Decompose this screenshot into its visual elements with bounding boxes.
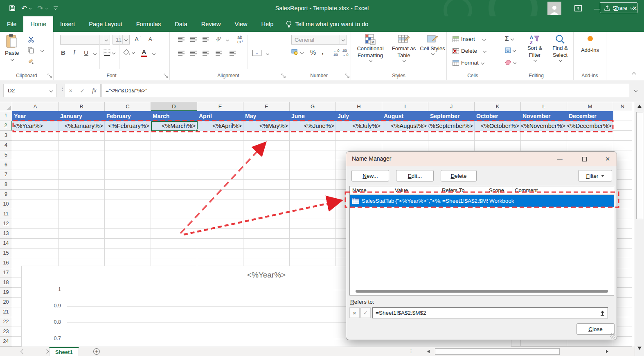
column-header-G[interactable]: G — [290, 102, 336, 111]
format-cells-button[interactable]: Format — [453, 60, 484, 66]
next-sheet-icon[interactable] — [44, 349, 49, 354]
menu-tab-formulas[interactable]: Formulas — [129, 16, 168, 32]
align-top-icon[interactable] — [178, 37, 185, 42]
font-name-combo[interactable] — [60, 35, 110, 45]
prev-sheet-icon[interactable] — [20, 349, 25, 354]
row-header-13[interactable]: 13 — [0, 229, 12, 239]
column-header-J[interactable]: J — [428, 102, 475, 111]
cell-H2[interactable]: <%July%> — [336, 121, 382, 131]
underline-button[interactable]: U — [84, 49, 88, 56]
format-as-table-button[interactable]: Format as Table — [389, 34, 419, 62]
select-all-corner[interactable] — [0, 102, 12, 111]
scroll-left-icon[interactable] — [427, 350, 430, 353]
cell-M2[interactable]: <%December%> — [567, 121, 613, 131]
cell-E2[interactable]: <%April%> — [197, 121, 243, 131]
row-header-21[interactable]: 21 — [0, 307, 12, 317]
wrap-text-button[interactable]: abc↵ — [237, 35, 243, 44]
menu-tab-insert[interactable]: Insert — [53, 16, 82, 32]
cell-L1[interactable]: November — [521, 111, 567, 121]
row-header-2[interactable]: 2 — [0, 121, 12, 131]
cell-F2[interactable]: <%May%> — [243, 121, 290, 131]
cut-button[interactable] — [28, 36, 34, 43]
close-dialog-button[interactable]: Close — [576, 323, 615, 335]
number-format-combo[interactable]: General — [291, 35, 347, 45]
enter-formula-icon[interactable]: ✓ — [80, 87, 84, 94]
fill-color-button[interactable] — [123, 49, 135, 56]
find-select-button[interactable]: Find & Select — [548, 34, 572, 61]
format-painter-button[interactable] — [28, 58, 34, 65]
row-header-12[interactable]: 12 — [0, 219, 12, 229]
collapse-ribbon-icon[interactable] — [632, 72, 636, 76]
vertical-scrollbar-thumb[interactable] — [636, 112, 643, 219]
new-name-button[interactable]: New... — [351, 170, 389, 181]
dialog-maximize-button[interactable] — [577, 153, 591, 165]
scroll-up-icon[interactable] — [637, 105, 642, 108]
merge-center-dropdown[interactable] — [266, 52, 269, 55]
align-bottom-icon[interactable] — [203, 37, 209, 42]
column-header-B[interactable]: B — [59, 102, 105, 111]
customize-quick-access-icon[interactable] — [54, 7, 58, 10]
align-left-icon[interactable] — [178, 51, 185, 56]
align-center-icon[interactable] — [190, 51, 197, 56]
new-sheet-button[interactable]: + — [93, 348, 100, 355]
vertical-scrollbar[interactable] — [635, 102, 644, 356]
font-dialog-launcher-icon[interactable] — [164, 74, 168, 78]
font-size-combo[interactable]: 11 — [113, 35, 130, 45]
clear-button[interactable] — [505, 60, 516, 65]
menu-tab-page-layout[interactable]: Page Layout — [82, 16, 129, 32]
save-icon[interactable] — [9, 5, 16, 11]
column-header-N[interactable]: N — [613, 102, 632, 111]
copy-button[interactable] — [28, 47, 43, 54]
sheet-tab-sheet1[interactable]: Sheet1 — [49, 347, 79, 356]
increase-font-size-button[interactable]: Aˆ — [135, 36, 141, 43]
collapse-dialog-icon[interactable] — [599, 310, 606, 317]
edit-name-button[interactable]: Edit... — [396, 170, 434, 181]
refers-cancel-button[interactable]: × — [349, 307, 360, 318]
column-header-M[interactable]: M — [567, 102, 613, 111]
row-header-3[interactable]: 3 — [0, 131, 12, 141]
row-header-14[interactable]: 14 — [0, 239, 12, 249]
decrease-indent-icon[interactable] — [216, 51, 222, 56]
decrease-decimal-button[interactable]: .00→.0 — [342, 49, 349, 57]
cell-G2[interactable]: <%June%> — [290, 121, 336, 131]
cell-C1[interactable]: February — [105, 111, 151, 121]
tab-scrollbar-splitter[interactable]: ⋮ — [408, 348, 414, 354]
menu-tab-help[interactable]: Help — [254, 16, 281, 32]
name-box[interactable]: D2 — [3, 84, 56, 97]
insert-function-icon[interactable]: fx — [92, 87, 96, 94]
row-header-9[interactable]: 9 — [0, 190, 12, 199]
delete-cells-button[interactable]: Delete — [453, 48, 486, 54]
menu-tab-data[interactable]: Data — [168, 16, 194, 32]
refers-to-input[interactable]: =Sheet1!$A$2:$M$2 — [372, 307, 608, 318]
fill-handle[interactable] — [196, 129, 198, 132]
orientation-button[interactable]: ab — [214, 35, 222, 43]
menu-tab-review[interactable]: Review — [194, 16, 228, 32]
increase-decimal-button[interactable]: ←.0.00 — [333, 49, 340, 57]
user-avatar[interactable] — [547, 2, 561, 15]
undo-icon[interactable]: ↶ — [21, 4, 32, 13]
underline-dropdown[interactable] — [93, 52, 97, 55]
row-header-1[interactable]: 1 — [0, 111, 12, 121]
menu-tab-file[interactable]: File — [0, 16, 23, 32]
list-horizontal-scrollbar[interactable] — [356, 290, 608, 293]
name-row-salesstattable[interactable]: SalesStatTable {"<%Year%>","<%Jan... =Sh… — [350, 195, 614, 207]
fill-button[interactable] — [505, 47, 516, 53]
column-header-E[interactable]: E — [197, 102, 243, 111]
borders-button[interactable] — [104, 49, 115, 56]
row-header-10[interactable]: 10 — [0, 199, 12, 209]
increase-indent-icon[interactable] — [230, 51, 236, 56]
cell-styles-button[interactable]: Cell Styles — [420, 34, 445, 55]
formula-input[interactable]: ="<%"&D1&"%>" — [101, 84, 629, 97]
list-header-scope[interactable]: Scope — [489, 186, 504, 195]
align-middle-icon[interactable] — [190, 37, 197, 42]
scroll-down-icon[interactable] — [637, 347, 642, 350]
dialog-close-icon[interactable]: × — [601, 153, 615, 165]
horizontal-scrollbar-thumb[interactable] — [435, 348, 560, 355]
row-header-11[interactable]: 11 — [0, 209, 12, 219]
cell-K2[interactable]: <%October%> — [475, 121, 521, 131]
cell-I2[interactable]: <%August%> — [382, 121, 428, 131]
column-header-K[interactable]: K — [475, 102, 521, 111]
alignment-dialog-launcher-icon[interactable] — [281, 74, 286, 78]
percent-style-button[interactable]: % — [310, 49, 316, 56]
delete-name-button[interactable]: Delete — [441, 170, 477, 181]
